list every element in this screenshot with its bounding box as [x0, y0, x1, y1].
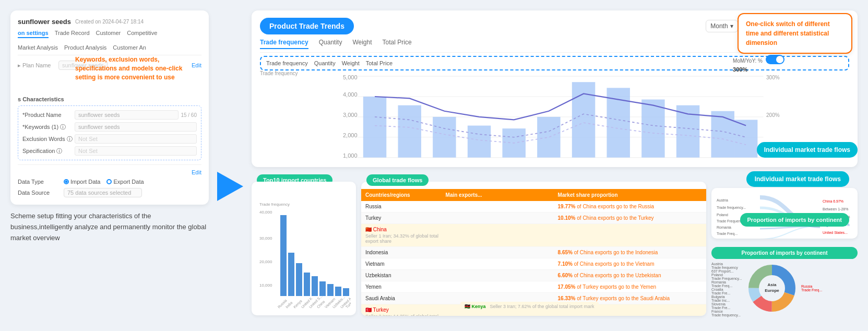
radio-export[interactable]: Export Data — [106, 179, 144, 185]
svg-text:Asia: Asia — [768, 282, 777, 287]
radio-import-dot — [64, 179, 69, 184]
tab-customer-an[interactable]: Customer An — [113, 44, 146, 52]
chart-title-badge: Product Trade Trends — [260, 18, 354, 34]
specification-value[interactable]: Not Set — [75, 146, 197, 156]
country-turkey: Turkey — [365, 215, 446, 221]
tab-customer[interactable]: Customer — [96, 30, 121, 38]
specification-label: Specification ⓘ — [22, 147, 75, 155]
market-uzbekistan: 6.60% of China exports go to the Uzbekis… — [558, 273, 661, 278]
pct-300-label: 300% — [733, 66, 784, 73]
market-yemen: 17.05% of Turkey exports go to the Yemen — [558, 284, 656, 290]
exclusion-value[interactable]: Not Set — [75, 134, 197, 144]
chevron-down-icon: ▾ — [730, 22, 733, 30]
prop-label-2: PolandTrade Frequency... — [711, 273, 743, 280]
svg-text:10,000: 10,000 — [259, 283, 272, 288]
nav-tabs: on settings Trade Record Customer Compet… — [18, 30, 201, 55]
svg-text:Austria: Austria — [717, 198, 728, 202]
tab-trade-record[interactable]: Trade Record — [55, 30, 90, 38]
kenya-row: 🇰🇪 Kenya Seller 3 Iran; 7.62% of the glo… — [460, 302, 599, 311]
exclusion-label: Exclusion Words ⓘ — [22, 135, 75, 143]
country-cell-turkey-s: 🇹🇷 Turkey Seller 2 Iran; 14.25% of globa… — [365, 307, 446, 316]
tab-trade-frequency[interactable]: Trade frequency — [260, 39, 308, 49]
tab-market-analysis[interactable]: Market Analysis — [18, 44, 58, 52]
bar-chart-panel: Trade frequency 40,000 30,000 20,000 10,… — [252, 182, 356, 315]
bar-chart-wrapper: Top10 import countries Trade frequency 4… — [252, 182, 356, 314]
dashed-tab-weight[interactable]: Weight — [342, 60, 360, 66]
prop-label-6: SloveniaTrade Fre... — [711, 302, 743, 310]
keywords-annotation: Keywords, exclusion words, specification… — [75, 55, 185, 81]
market-cell-2: 10.10% of China exports go to the Turkey — [558, 215, 702, 221]
table-row: Indonesia 8.65% of China exports go to t… — [361, 247, 706, 258]
table-header: Countries/regions Main exports... Market… — [361, 189, 706, 201]
tab-competitive[interactable]: Competitive — [127, 30, 157, 38]
table-wrapper: Global trade flows Countries/regions Mai… — [361, 182, 706, 314]
svg-text:Romania: Romania — [717, 226, 731, 229]
product-name-value[interactable]: sunflower seeds — [75, 110, 179, 120]
tab-product-analysis[interactable]: Product Analysis — [64, 44, 106, 52]
chart-svg: 5,000 4,000 3,000 2,000 1,000 — [260, 70, 849, 175]
data-source-select[interactable]: 75 data sources selected — [64, 188, 142, 197]
country-cell-russia: Russia — [365, 204, 446, 209]
svg-rect-12 — [433, 117, 456, 158]
svg-text:Trade frequency...: Trade frequency... — [717, 206, 746, 210]
dashed-tab-freq[interactable]: Trade frequency — [266, 60, 308, 66]
svg-text:5,000: 5,000 — [343, 74, 358, 80]
prop-label-1: AustriaTrade frequency 637 Proport... — [711, 262, 743, 273]
radio-group: Import Data Export Data — [64, 179, 144, 185]
prop-label-4: CroatiaTrade Fre... — [711, 288, 743, 295]
svg-rect-13 — [468, 126, 491, 158]
edit-link[interactable]: Edit — [192, 62, 201, 68]
country-uzbekistan: Uzbekistan — [365, 273, 446, 278]
mini-bar-chart: Trade frequency 40,000 30,000 20,000 10,… — [257, 195, 351, 310]
country-saudi: Saudi Arabia — [365, 295, 446, 301]
dashed-tab-total[interactable]: Total Price — [366, 60, 393, 66]
main-container: sunflower seeds Created on 2024-04-27 18… — [0, 0, 868, 331]
table-row: Uzbekistan 6.60% of China exports go to … — [361, 270, 706, 281]
market-saudi: 16.33% of Turkey exports go to the Saudi… — [558, 295, 670, 301]
svg-rect-30 — [288, 253, 294, 296]
turkey-sub: Seller 2 Iran; 14.25% of global total ex… — [365, 314, 446, 316]
trade-table: Countries/regions Main exports... Market… — [361, 182, 706, 316]
svg-text:40,000: 40,000 — [259, 210, 272, 215]
country-cell-uzbekistan: Uzbekistan — [365, 273, 446, 278]
market-cell-4: 8.65% of China exports go to the Indones… — [558, 250, 702, 255]
table-body: Russia 19.77% of China exports go to the… — [361, 201, 706, 316]
toggle-slider[interactable] — [766, 55, 784, 64]
product-name-count: 15 / 60 — [181, 112, 197, 118]
kenya-sub: Seller 3 Iran; 7.62% of the global total… — [490, 304, 594, 309]
market-vietnam: 7.10% of China exports go to the Vietnam — [558, 261, 655, 267]
keywords-row: *Keywords (1) ⓘ sunflower seeds — [22, 122, 197, 132]
bottom-row: Top10 import countries Trade frequency 4… — [252, 173, 858, 314]
chart-area: Trade frequency 5,000 4,000 3,000 2,000 … — [260, 70, 849, 175]
svg-text:200%: 200% — [766, 112, 780, 118]
table-row: Vietnam 7.10% of China exports go to the… — [361, 258, 706, 270]
tab-weight[interactable]: Weight — [352, 39, 372, 49]
product-title: sunflower seeds — [18, 18, 71, 26]
radio-import[interactable]: Import Data — [64, 179, 100, 185]
country-cell-vietnam: Vietnam — [365, 261, 446, 267]
data-edit-link[interactable]: Edit — [192, 169, 201, 175]
global-flows-badge: Global trade flows — [366, 174, 429, 186]
dashed-tab-qty[interactable]: Quantity — [314, 60, 336, 66]
tab-total-price[interactable]: Total Price — [383, 39, 412, 49]
month-select[interactable]: Month ▾ — [706, 20, 738, 32]
tab-quantity[interactable]: Quantity — [319, 39, 342, 49]
svg-text:3,000: 3,000 — [343, 112, 358, 118]
svg-rect-18 — [641, 100, 664, 158]
china-sub: Seller 1 Iran; 34.32% of global total ex… — [365, 233, 446, 244]
col-market: Market share proportion — [558, 192, 702, 198]
country-cell-yemen: Yemen — [365, 284, 446, 290]
toggle-knob — [776, 56, 783, 63]
prop-label-5: BulgariaTrade Inc... — [711, 295, 743, 302]
radio-import-label: Import Data — [70, 179, 100, 185]
proportion-badge: Proportion of imports by continent — [711, 247, 858, 259]
tab-on-settings[interactable]: on settings — [18, 30, 49, 38]
svg-text:Poland: Poland — [717, 213, 728, 217]
keywords-value[interactable]: sunflower seeds — [75, 122, 197, 132]
characteristics-section: s Characteristics *Product Name sunflowe… — [18, 96, 201, 160]
data-source-row: Data Source 75 data sources selected — [18, 188, 201, 197]
left-panel: sunflower seeds Created on 2024-04-27 18… — [10, 10, 209, 321]
data-source-label: Data Source — [18, 190, 60, 196]
toggle-section: MoM/YoY: % 300% — [733, 55, 784, 73]
individual-market-badge: Individual market trade flows — [757, 142, 858, 158]
